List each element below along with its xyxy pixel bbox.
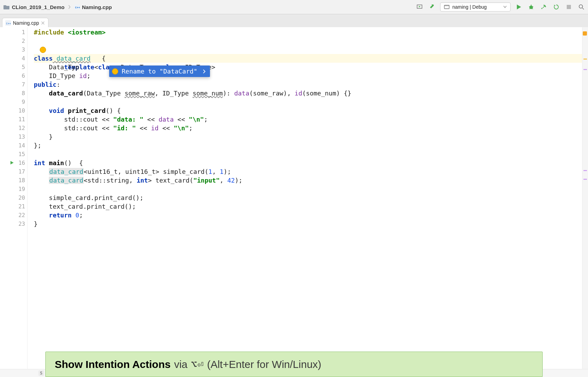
status-badge: S: [38, 370, 44, 376]
line-number: 13: [0, 132, 25, 141]
inspection-mark[interactable]: [583, 69, 587, 70]
highlighted-line: class data_card {: [34, 54, 588, 63]
line-number: 22: [0, 211, 25, 220]
editor-tabs: c++ Naming.cpp: [0, 14, 588, 28]
hint-banner: Show Intention Actions via ⌥⏎ (Alt+Enter…: [45, 352, 543, 377]
attach-button[interactable]: [539, 2, 548, 11]
editor: 1234567891011121314151617181920212223 #i…: [0, 27, 588, 377]
close-icon[interactable]: [41, 21, 45, 25]
line-number: 19: [0, 185, 25, 193]
line-number: 11: [0, 115, 25, 124]
breadcrumb-project[interactable]: CLion_2019_1_Demo: [2, 3, 66, 11]
inspection-mark[interactable]: [583, 59, 587, 60]
line-number: 23: [0, 220, 25, 228]
breadcrumb: CLion_2019_1_Demo c++ Naming.cpp: [2, 3, 413, 11]
svg-text:c++: c++: [6, 22, 11, 25]
line-number: 7: [0, 80, 25, 89]
hint-title: Show Intention Actions: [55, 359, 171, 370]
tab-label: Naming.cpp: [13, 20, 39, 26]
tab-naming-cpp[interactable]: c++ Naming.cpp: [2, 18, 48, 28]
search-icon[interactable]: [577, 2, 586, 11]
line-number: 14: [0, 141, 25, 150]
line-number: 5: [0, 63, 25, 71]
intention-popup-text: Rename to "DataCard": [122, 68, 197, 75]
intention-bulb-icon[interactable]: [40, 47, 46, 53]
breadcrumb-project-label: CLion_2019_1_Demo: [12, 4, 65, 10]
breadcrumb-file-label: Naming.cpp: [82, 4, 112, 10]
line-number: 8: [0, 89, 25, 98]
run-target-icon[interactable]: [415, 2, 424, 11]
line-number: 4: [0, 54, 25, 63]
hint-keysymbol: ⌥⏎: [191, 358, 204, 370]
run-config-select[interactable]: naming | Debug: [440, 2, 511, 11]
breadcrumb-file[interactable]: c++ Naming.cpp: [73, 3, 113, 11]
line-number: 1: [0, 28, 25, 37]
rerun-button[interactable]: [552, 2, 561, 11]
build-icon[interactable]: [428, 2, 437, 11]
toolbar-actions: naming | Debug: [415, 2, 586, 11]
svg-rect-6: [567, 5, 571, 9]
line-number: 6: [0, 71, 25, 80]
line-number: 20: [0, 193, 25, 202]
line-number: 17: [0, 167, 25, 176]
line-number: 16: [0, 159, 25, 167]
lightbulb-icon: [112, 68, 118, 75]
cpp-file-icon: c++: [5, 20, 11, 26]
inspection-mark[interactable]: [583, 179, 587, 180]
line-number: 10: [0, 106, 25, 115]
cpp-file-icon: c++: [74, 4, 80, 10]
inspection-summary-icon[interactable]: [583, 31, 587, 36]
line-number: 2: [0, 37, 25, 45]
gutter: 1234567891011121314151617181920212223: [0, 27, 28, 377]
debug-button[interactable]: [527, 2, 536, 11]
hint-via: via: [174, 359, 187, 370]
line-number: 21: [0, 202, 25, 211]
svg-text:c++: c++: [75, 6, 80, 9]
chevron-right-icon: [203, 69, 206, 74]
line-number: 9: [0, 98, 25, 106]
app-icon: [444, 4, 450, 10]
folder-icon: [3, 5, 10, 9]
line-number: 18: [0, 176, 25, 185]
line-number: 15: [0, 150, 25, 159]
line-number: 12: [0, 124, 25, 132]
inspection-mark[interactable]: [583, 170, 587, 171]
line-number: 3: [0, 45, 25, 54]
hint-alt: (Alt+Enter for Win/Linux): [207, 359, 322, 370]
run-config-label: naming | Debug: [452, 4, 487, 10]
run-button[interactable]: [514, 2, 523, 11]
svg-point-7: [579, 5, 583, 8]
inspection-stripe[interactable]: [582, 27, 588, 377]
intention-popup[interactable]: Rename to "DataCard": [109, 66, 210, 77]
breadcrumb-sep-icon: [68, 5, 71, 9]
top-toolbar: CLion_2019_1_Demo c++ Naming.cpp naming …: [0, 0, 588, 14]
code-area[interactable]: #include <iostream> template<class Data_…: [28, 27, 588, 377]
svg-rect-4: [444, 5, 449, 6]
chevron-down-icon: [503, 6, 507, 8]
stop-button[interactable]: [564, 2, 573, 11]
run-gutter-icon[interactable]: [10, 161, 14, 165]
